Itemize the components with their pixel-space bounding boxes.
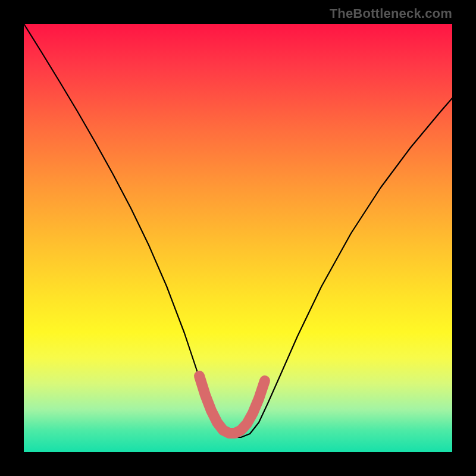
trough-highlight [199,376,265,433]
plot-area [24,24,452,452]
chart-container: TheBottleneck.com [0,0,476,476]
watermark-text: TheBottleneck.com [330,6,452,21]
bottleneck-curve [24,24,452,437]
curve-layer [24,24,452,452]
